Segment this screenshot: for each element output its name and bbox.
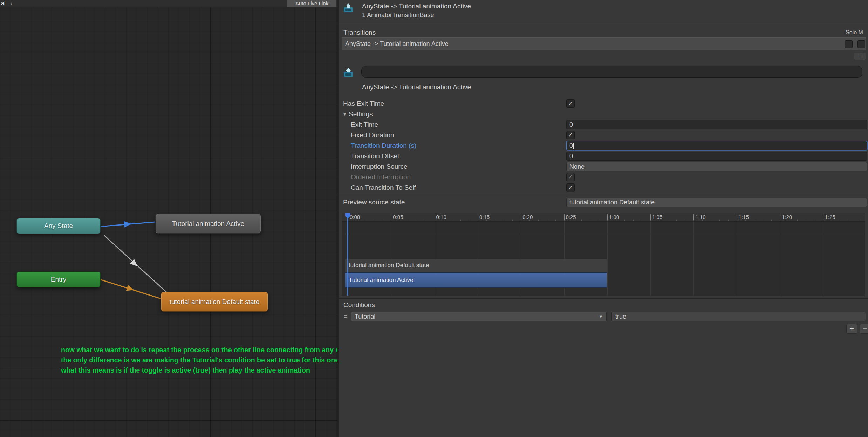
timeline-ruler-label: 0:25 <box>564 214 576 220</box>
divider <box>339 195 868 195</box>
graph-toolbar: al › Auto Live Link <box>0 0 337 7</box>
breadcrumb[interactable]: al <box>1 0 5 7</box>
remove-condition-button[interactable]: − <box>860 324 868 334</box>
divider <box>339 25 868 25</box>
timeline-playhead[interactable] <box>347 213 348 296</box>
transition-offset-label: Transition Offset <box>351 151 399 161</box>
transition-detail-title: AnyState -> Tutorial animation Active <box>362 83 471 91</box>
condition-value-dropdown[interactable]: true <box>611 312 866 321</box>
timeline-ruler-label: 1:25 <box>823 214 835 220</box>
can-transition-to-self-checkbox[interactable]: ✓ <box>566 183 575 192</box>
property-row-ordered-interruption: Ordered Interruption ✓ <box>339 172 868 182</box>
condition-parameter-dropdown[interactable]: Tutorial ▼ <box>351 312 607 321</box>
timeline-ruler-label: 0:10 <box>435 214 446 220</box>
inspector-panel: AnyState -> Tutorial animation Active 1 … <box>339 0 868 437</box>
mute-checkbox[interactable] <box>857 40 865 48</box>
timeline-bar-source-state[interactable]: tutorial animation Default state <box>345 259 607 272</box>
timeline-gridline <box>737 222 737 296</box>
transition-edge-anystate-active[interactable] <box>100 221 155 228</box>
condition-parameter-value: Tutorial <box>355 313 375 320</box>
ordered-interruption-label: Ordered Interruption <box>351 172 411 182</box>
timeline-ruler-label: 0:15 <box>478 214 490 220</box>
preview-source-state-label: Preview source state <box>343 197 405 208</box>
has-exit-time-label: Has Exit Time <box>343 98 384 109</box>
animator-transition-icon <box>342 67 354 78</box>
remove-transition-button[interactable]: − <box>854 53 866 60</box>
transitions-section-header: Transitions <box>343 28 376 37</box>
timeline-bar-destination-state[interactable]: Tutorial animation Active <box>345 272 607 288</box>
condition-row: = Tutorial ▼ true <box>339 312 868 321</box>
timeline-ruler-label: 1:15 <box>737 214 749 220</box>
transition-offset-field[interactable]: 0 <box>566 152 867 161</box>
can-transition-to-self-label: Can Transition To Self <box>351 182 416 193</box>
settings-foldout-label[interactable]: Settings <box>349 109 373 119</box>
auto-live-link-button[interactable]: Auto Live Link <box>287 0 336 7</box>
has-exit-time-checkbox[interactable]: ✓ <box>566 99 575 108</box>
inspector-subtitle: 1 AnimatorTransitionBase <box>362 12 434 19</box>
state-node-tutorial-animation-active[interactable]: Tutorial animation Active <box>155 214 261 234</box>
timeline-gridline <box>650 222 651 296</box>
transition-name-input[interactable] <box>361 66 862 78</box>
exit-time-label: Exit Time <box>351 119 378 130</box>
annotation-line: what this means is if the toggle is acti… <box>61 365 337 375</box>
transition-preview-timeline[interactable]: 0:000:050:100:150:200:251:001:051:101:15… <box>342 213 865 296</box>
exit-time-field[interactable]: 0 <box>566 120 867 129</box>
blend-curve-line <box>342 234 865 234</box>
ordered-interruption-checkbox: ✓ <box>566 173 575 181</box>
chevron-down-icon: ▼ <box>599 315 603 319</box>
property-row-can-transition-to-self: Can Transition To Self ✓ <box>339 182 868 193</box>
transition-list-item-label: AnyState -> Tutorial animation Active <box>345 38 449 50</box>
timeline-ruler-label: 0:20 <box>521 214 533 220</box>
timeline-gridline <box>607 222 608 296</box>
transition-arrow-icon <box>126 285 135 293</box>
property-row-transition-offset: Transition Offset 0 <box>339 151 868 161</box>
timeline-gridline <box>823 222 823 296</box>
property-row-exit-time: Exit Time 0 <box>339 119 868 130</box>
divider <box>339 298 868 299</box>
text-caret <box>573 143 574 149</box>
timeline-ruler-label: 1:05 <box>650 214 662 220</box>
settings-foldout-icon[interactable]: ▼ <box>342 109 347 119</box>
conditions-section-header: Conditions <box>343 300 375 310</box>
timeline-ruler-label: 1:10 <box>693 214 705 220</box>
transition-duration-field[interactable]: 0 <box>566 141 867 150</box>
tutorial-annotations: now what we want to do is repeat the pro… <box>61 345 337 375</box>
solo-mute-column-header: Solo M <box>846 29 863 36</box>
property-row-preview-source-state: Preview source state tutorial animation … <box>339 197 868 208</box>
timeline-ruler[interactable]: 0:000:050:100:150:200:251:001:051:101:15… <box>342 213 865 222</box>
property-row-has-exit-time: Has Exit Time ✓ <box>339 98 868 109</box>
state-node-any-state[interactable]: Any State <box>16 218 101 234</box>
drag-handle-icon[interactable]: = <box>344 312 348 321</box>
preview-source-state-dropdown[interactable]: tutorial animation Default state <box>566 198 867 207</box>
animator-transition-icon <box>342 2 354 14</box>
timeline-ruler-label: 1:20 <box>780 214 792 220</box>
timeline-ruler-label: 0:05 <box>391 214 403 220</box>
interruption-source-dropdown[interactable]: None <box>566 162 867 171</box>
transition-arrow-icon <box>124 221 131 228</box>
timeline-gridline <box>780 222 780 296</box>
interruption-source-label: Interruption Source <box>351 161 408 172</box>
state-node-tutorial-animation-default[interactable]: tutorial animation Default state <box>161 292 268 312</box>
transition-list-item[interactable]: AnyState -> Tutorial animation Active <box>342 37 866 50</box>
state-node-entry[interactable]: Entry <box>16 271 101 287</box>
annotation-line: the only difference is we are making the… <box>61 355 337 365</box>
add-condition-button[interactable]: + <box>846 324 857 334</box>
inspector-title: AnyState -> Tutorial animation Active <box>362 2 471 10</box>
property-row-interruption-source: Interruption Source None <box>339 161 868 172</box>
solo-checkbox[interactable] <box>845 40 853 48</box>
timeline-gridline <box>693 222 694 296</box>
fixed-duration-label: Fixed Duration <box>351 130 394 140</box>
timeline-ruler-label: 1:00 <box>607 214 619 220</box>
property-row-settings: ▼ Settings <box>339 109 868 119</box>
transition-edge-entry-default[interactable] <box>100 279 161 299</box>
transition-duration-value: 0 <box>569 142 573 149</box>
animator-graph-pane[interactable]: al › Auto Live Link Any State Tutorial a… <box>0 0 337 437</box>
transition-edge-anystate-default[interactable] <box>104 235 172 297</box>
transition-arrow-icon <box>130 259 140 269</box>
property-row-fixed-duration: Fixed Duration ✓ <box>339 130 868 140</box>
transition-duration-label: Transition Duration (s) <box>351 140 416 151</box>
annotation-line: now what we want to do is repeat the pro… <box>61 345 337 355</box>
property-row-transition-duration: Transition Duration (s) 0 <box>339 140 868 151</box>
breadcrumb-chevron-icon: › <box>11 0 13 7</box>
fixed-duration-checkbox[interactable]: ✓ <box>566 131 575 139</box>
